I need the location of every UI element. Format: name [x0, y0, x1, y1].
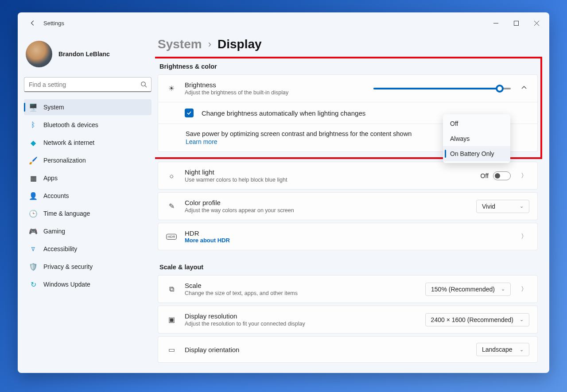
sidebar-item-label: Bluetooth & devices — [43, 121, 98, 128]
sidebar-item-gaming[interactable]: 🎮 Gaming — [24, 223, 151, 239]
time-icon: 🕒 — [29, 210, 37, 217]
update-icon: ↻ — [29, 280, 37, 288]
titlebar: Settings — [18, 12, 549, 34]
resolution-select[interactable]: 2400 × 1600 (Recommended) ⌄ — [425, 313, 529, 326]
personalization-icon: 🖌️ — [29, 156, 37, 164]
scale-row: ⧉ Scale Change the size of text, apps, a… — [158, 276, 537, 303]
brightness-title: Brightness — [185, 81, 365, 89]
night-light-sub: Use warmer colors to help block blue lig… — [185, 177, 473, 183]
app-title: Settings — [43, 20, 64, 27]
sidebar-item-network[interactable]: ◆ Network & internet — [24, 135, 151, 151]
sidebar-item-privacy[interactable]: 🛡️ Privacy & security — [24, 259, 151, 275]
orientation-title: Display orientation — [185, 346, 468, 353]
night-light-title: Night light — [185, 168, 473, 176]
sidebar-item-system[interactable]: 🖥️ System — [24, 99, 151, 115]
night-light-toggle[interactable] — [493, 171, 511, 180]
network-icon: ◆ — [29, 139, 37, 147]
gaming-icon: 🎮 — [29, 227, 37, 235]
resolution-sub: Adjust the resolution to fit your connec… — [185, 321, 417, 327]
flyout-option-always[interactable]: Always — [443, 131, 510, 146]
close-button[interactable] — [526, 16, 547, 30]
auto-brightness-checkbox[interactable] — [185, 109, 194, 117]
sidebar-item-label: Personalization — [43, 157, 86, 164]
resolution-icon: ▣ — [166, 315, 177, 324]
chevron-right-icon[interactable]: 〉 — [519, 285, 529, 293]
hdr-link[interactable]: More about HDR — [185, 237, 511, 244]
save-power-text: Save power by optimizing screen contrast… — [186, 130, 412, 137]
sidebar-item-label: Accounts — [43, 192, 69, 199]
resolution-card: ▣ Display resolution Adjust the resoluti… — [158, 306, 538, 334]
night-light-state: Off — [481, 172, 489, 179]
scale-select[interactable]: 150% (Recommended) ⌄ — [425, 283, 511, 296]
settings-window: Settings Brandon LeBlanc 🖥️ System — [18, 12, 549, 373]
expand-button[interactable] — [519, 85, 529, 93]
orientation-row: ▭ Display orientation Landscape ⌄ — [158, 337, 537, 362]
back-button[interactable] — [24, 14, 42, 32]
hdr-row[interactable]: HDR HDR More about HDR 〉 — [158, 223, 537, 250]
user-profile[interactable]: Brandon LeBlanc — [24, 38, 155, 77]
chevron-right-icon[interactable]: 〉 — [519, 172, 529, 180]
scale-card: ⧉ Scale Change the size of text, apps, a… — [158, 275, 538, 303]
night-light-card: ☼ Night light Use warmer colors to help … — [158, 162, 538, 190]
hdr-card: HDR HDR More about HDR 〉 — [158, 223, 538, 250]
sidebar-item-accessibility[interactable]: ⍒ Accessibility — [24, 241, 151, 257]
color-profile-select[interactable]: Vivid ⌄ — [476, 200, 529, 213]
color-profile-value: Vivid — [482, 203, 495, 210]
scale-sub: Change the size of text, apps, and other… — [185, 290, 417, 296]
window-controls — [485, 16, 547, 30]
sidebar-item-accounts[interactable]: 👤 Accounts — [24, 188, 151, 204]
sidebar-item-apps[interactable]: ▦ Apps — [24, 170, 151, 186]
sidebar: Brandon LeBlanc 🖥️ System ᛒ Bluetooth & … — [18, 34, 155, 373]
section-title-brightness: Brightness & color — [159, 63, 538, 70]
color-profile-card: ✎ Color profile Adjust the way colors ap… — [158, 192, 538, 220]
breadcrumb-parent[interactable]: System — [158, 37, 202, 51]
sidebar-item-time[interactable]: 🕒 Time & language — [24, 206, 151, 221]
bluetooth-icon: ᛒ — [29, 121, 37, 129]
brightness-option-flyout: Off Always On Battery Only — [443, 114, 510, 163]
chevron-right-icon: › — [208, 39, 211, 50]
orientation-select[interactable]: Landscape ⌄ — [476, 343, 529, 356]
sidebar-item-label: Time & language — [43, 210, 90, 217]
breadcrumb: System › Display — [158, 37, 538, 51]
sidebar-item-label: Gaming — [43, 228, 65, 235]
chevron-down-icon: ⌄ — [520, 317, 524, 322]
sidebar-item-label: Accessibility — [43, 245, 77, 252]
sidebar-item-update[interactable]: ↻ Windows Update — [24, 276, 151, 292]
avatar — [26, 41, 52, 67]
learn-more-link[interactable]: Learn more — [186, 138, 217, 145]
maximize-button[interactable] — [506, 16, 526, 30]
brightness-row: ☀ Brightness Adjust the brightness of th… — [158, 75, 537, 102]
flyout-option-battery[interactable]: On Battery Only — [443, 146, 510, 161]
svg-rect-1 — [514, 21, 518, 25]
breadcrumb-current: Display — [217, 37, 262, 51]
search-input[interactable] — [24, 77, 151, 92]
brightness-icon: ☀ — [166, 84, 177, 93]
chevron-right-icon[interactable]: 〉 — [519, 233, 529, 241]
hdr-title: HDR — [185, 229, 511, 237]
orientation-card: ▭ Display orientation Landscape ⌄ — [158, 336, 538, 363]
svg-point-4 — [141, 82, 145, 86]
hdr-icon: HDR — [166, 234, 177, 240]
search-icon — [140, 81, 147, 88]
section-title-scale: Scale & layout — [159, 264, 538, 271]
chevron-down-icon: ⌄ — [501, 286, 505, 292]
sidebar-item-personalization[interactable]: 🖌️ Personalization — [24, 152, 151, 168]
minimize-button[interactable] — [485, 16, 506, 30]
sidebar-item-bluetooth[interactable]: ᛒ Bluetooth & devices — [24, 117, 151, 133]
sidebar-item-label: Apps — [43, 175, 58, 182]
flyout-option-off[interactable]: Off — [443, 116, 510, 131]
chevron-down-icon: ⌄ — [520, 203, 524, 209]
night-light-row[interactable]: ☼ Night light Use warmer colors to help … — [158, 162, 537, 189]
scale-title: Scale — [185, 282, 417, 289]
system-icon: 🖥️ — [29, 103, 37, 111]
night-light-icon: ☼ — [166, 172, 177, 180]
username: Brandon LeBlanc — [58, 50, 110, 58]
privacy-icon: 🛡️ — [29, 263, 37, 271]
sidebar-item-label: Windows Update — [43, 281, 90, 288]
apps-icon: ▦ — [29, 174, 37, 182]
accounts-icon: 👤 — [29, 192, 37, 200]
brightness-slider[interactable] — [373, 88, 511, 89]
sidebar-item-label: Network & internet — [43, 139, 94, 146]
color-profile-row: ✎ Color profile Adjust the way colors ap… — [158, 193, 537, 220]
scale-icon: ⧉ — [166, 285, 177, 293]
